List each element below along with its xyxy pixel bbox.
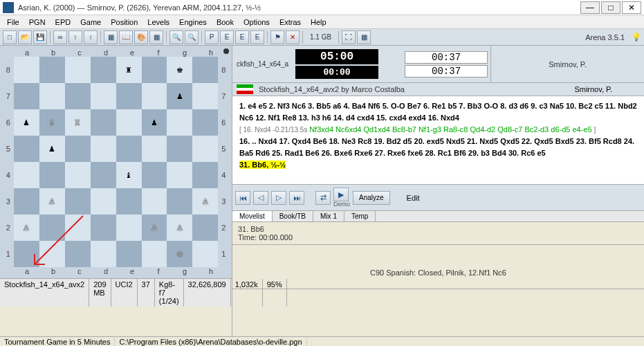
- square-c1[interactable]: [65, 241, 91, 267]
- menu-game[interactable]: Game: [76, 17, 105, 28]
- square-d3[interactable]: [91, 188, 116, 215]
- square-f1[interactable]: [142, 241, 167, 267]
- square-g5[interactable]: [167, 136, 192, 162]
- tool-pgn-icon[interactable]: P: [205, 30, 219, 44]
- maximize-button[interactable]: □: [601, 1, 620, 14]
- square-d6[interactable]: [91, 109, 116, 136]
- menu-engines[interactable]: Engines: [175, 17, 211, 28]
- square-g6[interactable]: [167, 109, 192, 136]
- square-h8[interactable]: [192, 57, 218, 83]
- tool-save-icon[interactable]: 💾: [33, 30, 47, 44]
- square-h2[interactable]: [192, 215, 218, 241]
- tool-infinity-icon[interactable]: ∞: [53, 30, 67, 44]
- nav-last-button[interactable]: ⏭: [289, 191, 304, 205]
- menu-book[interactable]: Book: [212, 17, 238, 28]
- nav-prev-button[interactable]: ◁: [253, 191, 268, 205]
- chessboard[interactable]: abcdefgh 8♜♚87♟76♟♗♖♟65♟54♝43♙♙32♙♙♙21♔1…: [0, 46, 232, 278]
- analyze-button[interactable]: Analyze: [353, 191, 390, 205]
- tool-open-icon[interactable]: 📂: [18, 30, 32, 44]
- square-c2[interactable]: [65, 215, 91, 241]
- square-b2[interactable]: [39, 215, 65, 241]
- square-a8[interactable]: [14, 57, 39, 83]
- square-f8[interactable]: [142, 57, 167, 83]
- square-h1[interactable]: [192, 241, 218, 267]
- square-a2[interactable]: ♙: [14, 215, 39, 241]
- square-d5[interactable]: [91, 136, 116, 162]
- tab-book[interactable]: Book/TB: [273, 211, 313, 221]
- square-c3[interactable]: [65, 188, 91, 215]
- tool-grid-icon[interactable]: ▦: [357, 30, 371, 44]
- tool-board-icon[interactable]: ▦: [149, 30, 163, 44]
- square-f2[interactable]: ♙: [142, 215, 167, 241]
- square-b4[interactable]: [39, 162, 65, 188]
- square-h6[interactable]: [192, 109, 218, 136]
- square-b3[interactable]: ♙: [39, 188, 65, 215]
- square-h7[interactable]: [192, 83, 218, 109]
- square-g3[interactable]: [167, 188, 192, 215]
- tool-zoomin-icon[interactable]: 🔍: [169, 30, 183, 44]
- square-g8[interactable]: ♚: [167, 57, 192, 83]
- menu-pgn[interactable]: PGN: [25, 17, 50, 28]
- square-f7[interactable]: [142, 83, 167, 109]
- square-c5[interactable]: [65, 136, 91, 162]
- tool-epd3-icon[interactable]: E: [250, 30, 264, 44]
- square-h4[interactable]: [192, 162, 218, 188]
- square-b8[interactable]: [39, 57, 65, 83]
- nav-first-button[interactable]: ⏮: [235, 191, 250, 205]
- tab-mix1[interactable]: Mix 1: [313, 211, 344, 221]
- square-e1[interactable]: [116, 241, 142, 267]
- tool-flag-icon[interactable]: ⚑: [270, 30, 284, 44]
- edit-label[interactable]: Edit: [407, 194, 420, 202]
- square-e7[interactable]: [116, 83, 142, 109]
- square-a4[interactable]: [14, 162, 39, 188]
- tool-zoomout-icon[interactable]: 🔍: [185, 30, 199, 44]
- square-e3[interactable]: [116, 188, 142, 215]
- square-d7[interactable]: [91, 83, 116, 109]
- nav-swap-button[interactable]: ⇄: [315, 191, 331, 205]
- square-f3[interactable]: [142, 188, 167, 215]
- moves-panel[interactable]: 1. e4 e5 2. Nf3 Nc6 3. Bb5 a6 4. Ba4 Nf6…: [232, 96, 644, 185]
- square-b1[interactable]: [39, 241, 65, 267]
- menu-extras[interactable]: Extras: [275, 17, 305, 28]
- tab-movelist[interactable]: Movelist: [232, 211, 273, 221]
- square-e5[interactable]: [116, 136, 142, 162]
- square-c4[interactable]: [65, 162, 91, 188]
- square-a5[interactable]: [14, 136, 39, 162]
- square-e2[interactable]: [116, 215, 142, 241]
- tab-temp[interactable]: Temp: [344, 211, 376, 221]
- tool-palette-icon[interactable]: 🎨: [134, 30, 148, 44]
- tool-lev-icon[interactable]: ↕: [68, 30, 82, 44]
- menu-file[interactable]: File: [3, 17, 24, 28]
- menu-options[interactable]: Options: [239, 17, 274, 28]
- square-f4[interactable]: [142, 162, 167, 188]
- square-e4[interactable]: ♝: [116, 162, 142, 188]
- square-g1[interactable]: ♔: [167, 241, 192, 267]
- tool-pos-icon[interactable]: ▦: [104, 30, 118, 44]
- square-h5[interactable]: [192, 136, 218, 162]
- nav-next-button[interactable]: ▷: [271, 191, 286, 205]
- square-g7[interactable]: ♟: [167, 83, 192, 109]
- tool-expand-icon[interactable]: ⛶: [342, 30, 356, 44]
- square-f6[interactable]: ♟: [142, 109, 167, 136]
- square-d2[interactable]: [91, 215, 116, 241]
- square-g4[interactable]: [167, 162, 192, 188]
- menu-levels[interactable]: Levels: [143, 17, 174, 28]
- tool-epd2-icon[interactable]: E: [235, 30, 249, 44]
- square-c8[interactable]: [65, 57, 91, 83]
- square-f5[interactable]: [142, 136, 167, 162]
- square-g2[interactable]: ♙: [167, 215, 192, 241]
- square-a1[interactable]: [14, 241, 39, 267]
- square-c6[interactable]: ♖: [65, 109, 91, 136]
- square-b5[interactable]: ♟: [39, 136, 65, 162]
- tool-lev2-icon[interactable]: ↕: [84, 30, 98, 44]
- menu-position[interactable]: Position: [107, 17, 142, 28]
- square-a7[interactable]: [14, 83, 39, 109]
- engine-name[interactable]: Stockfish_14_x64_avx2: [0, 279, 89, 307]
- square-d4[interactable]: [91, 162, 116, 188]
- minimize-button[interactable]: —: [580, 1, 600, 14]
- square-h3[interactable]: ♙: [192, 188, 218, 215]
- square-e6[interactable]: [116, 109, 142, 136]
- square-b6[interactable]: ♗: [39, 109, 65, 136]
- square-d1[interactable]: [91, 241, 116, 267]
- square-c7[interactable]: [65, 83, 91, 109]
